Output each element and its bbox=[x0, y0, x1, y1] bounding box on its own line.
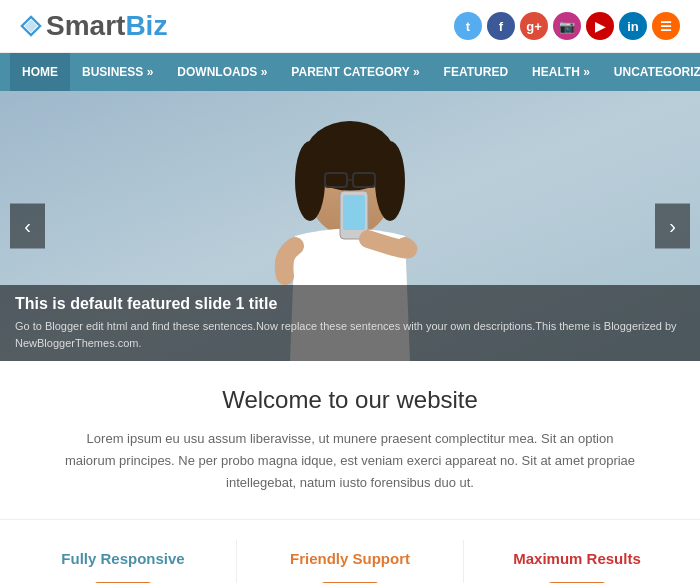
nav-item-business[interactable]: BUSINESS » bbox=[70, 53, 165, 91]
nav-item-health[interactable]: HEALTH » bbox=[520, 53, 602, 91]
twitter-icon[interactable]: t bbox=[454, 12, 482, 40]
welcome-text: Lorem ipsum eu usu assum liberavisse, ut… bbox=[60, 428, 640, 494]
svg-rect-12 bbox=[343, 195, 365, 230]
feature-support-title: Friendly Support bbox=[257, 550, 443, 567]
feature-support: Friendly Support Lorem ipsum dolor sit a… bbox=[236, 540, 463, 583]
feature-results-icon: ✦ bbox=[547, 579, 607, 583]
nav-item-uncategorized[interactable]: UNCATEGORIZED bbox=[602, 53, 700, 91]
welcome-section: Welcome to our website Lorem ipsum eu us… bbox=[0, 361, 700, 520]
slider-overlay: This is default featured slide 1 title G… bbox=[0, 285, 700, 361]
slider-prev-button[interactable]: ‹ bbox=[10, 204, 45, 249]
social-icons-group: t f g+ 📷 ▶ in ☰ bbox=[454, 12, 680, 40]
linkedin-icon[interactable]: in bbox=[619, 12, 647, 40]
welcome-title: Welcome to our website bbox=[60, 386, 640, 414]
nav-item-downloads[interactable]: DOWNLOADS » bbox=[165, 53, 279, 91]
logo-biz-text: Biz bbox=[125, 10, 167, 42]
svg-point-6 bbox=[295, 141, 325, 221]
googleplus-icon[interactable]: g+ bbox=[520, 12, 548, 40]
feature-responsive: Fully Responsive Lorem ipsum dolor sit a… bbox=[10, 540, 236, 583]
logo: SmartBiz bbox=[20, 10, 167, 42]
feature-results-title: Maximum Results bbox=[484, 550, 670, 567]
slider-next-button[interactable]: › bbox=[655, 204, 690, 249]
logo-smart-text: Smart bbox=[46, 10, 125, 42]
slider-title: This is default featured slide 1 title bbox=[15, 295, 685, 313]
features-section: Fully Responsive Lorem ipsum dolor sit a… bbox=[0, 520, 700, 583]
main-nav: HOME BUSINESS » DOWNLOADS » PARENT CATEG… bbox=[0, 53, 700, 91]
feature-responsive-icon bbox=[93, 579, 153, 583]
youtube-icon[interactable]: ▶ bbox=[586, 12, 614, 40]
nav-item-parent-category[interactable]: PARENT CATEGORY » bbox=[279, 53, 431, 91]
logo-diamond-icon bbox=[20, 15, 42, 37]
feature-responsive-title: Fully Responsive bbox=[30, 550, 216, 567]
facebook-icon[interactable]: f bbox=[487, 12, 515, 40]
feature-results: Maximum Results ✦ Lorem ipsum dolor sit … bbox=[463, 540, 690, 583]
nav-item-featured[interactable]: FEATURED bbox=[432, 53, 520, 91]
svg-point-7 bbox=[375, 141, 405, 221]
nav-item-home[interactable]: HOME bbox=[10, 53, 70, 91]
feature-support-icon bbox=[320, 579, 380, 583]
header: SmartBiz t f g+ 📷 ▶ in ☰ bbox=[0, 0, 700, 53]
rss-icon[interactable]: ☰ bbox=[652, 12, 680, 40]
hero-slider: ‹ › This is default featured slide 1 tit… bbox=[0, 91, 700, 361]
slider-description: Go to Blogger edit html and find these s… bbox=[15, 318, 685, 351]
instagram-icon[interactable]: 📷 bbox=[553, 12, 581, 40]
